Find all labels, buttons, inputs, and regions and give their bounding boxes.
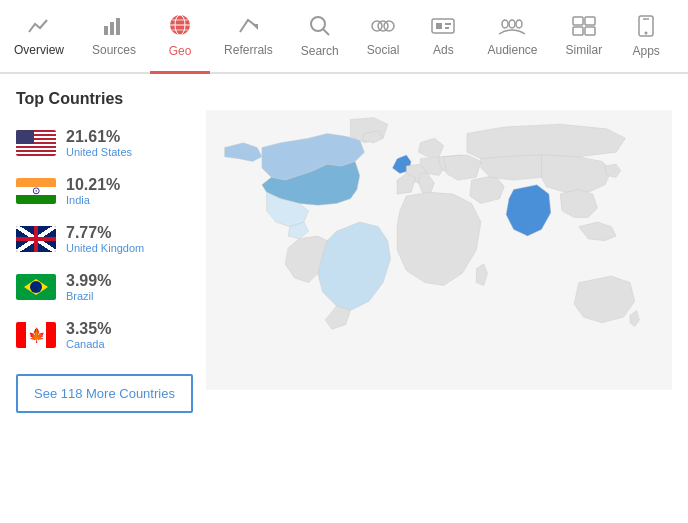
country-item-gb: 7.77% United Kingdom: [16, 224, 196, 254]
country-info-br: 3.99% Brazil: [66, 272, 111, 302]
nav-geo[interactable]: Geo: [150, 0, 210, 74]
flag-br: [16, 274, 56, 300]
flag-in: [16, 178, 56, 204]
country-name-br[interactable]: Brazil: [66, 290, 111, 302]
nav-similar[interactable]: Similar: [552, 0, 617, 72]
flag-us: [16, 130, 56, 156]
nav-overview[interactable]: Overview: [0, 0, 78, 72]
see-more-button[interactable]: See 118 More Countries: [16, 374, 193, 413]
nav-apps[interactable]: Apps: [616, 0, 676, 72]
nav-audience[interactable]: Audience: [473, 0, 551, 72]
sources-icon: [103, 16, 125, 39]
nav-ads[interactable]: Ads: [413, 0, 473, 72]
social-label: Social: [367, 43, 400, 57]
geo-icon: [168, 13, 192, 40]
svg-point-19: [502, 20, 508, 28]
svg-rect-15: [436, 23, 442, 29]
country-info-in: 10.21% India: [66, 176, 120, 206]
audience-icon: [497, 16, 527, 39]
country-name-gb[interactable]: United Kingdom: [66, 242, 144, 254]
svg-point-18: [509, 20, 515, 28]
svg-rect-24: [585, 27, 595, 35]
world-map-svg: [206, 90, 672, 410]
apps-icon: [637, 15, 655, 40]
nav-search[interactable]: Search: [287, 0, 353, 72]
svg-rect-0: [104, 26, 108, 35]
country-pct-us: 21.61%: [66, 128, 132, 146]
country-item-ca: 3.35% Canada: [16, 320, 196, 350]
country-item-in: 10.21% India: [16, 176, 196, 206]
left-panel: Top Countries 21.61% United States 10.21…: [16, 90, 196, 507]
sources-label: Sources: [92, 43, 136, 57]
world-map-container: [206, 90, 672, 410]
map-panel: [206, 90, 672, 507]
svg-rect-22: [585, 17, 595, 25]
ads-label: Ads: [433, 43, 454, 57]
country-info-us: 21.61% United States: [66, 128, 132, 158]
overview-label: Overview: [14, 43, 64, 57]
social-icon: [369, 16, 397, 39]
geo-label: Geo: [169, 44, 192, 58]
svg-rect-1: [110, 22, 114, 35]
country-pct-br: 3.99%: [66, 272, 111, 290]
svg-rect-14: [432, 19, 454, 33]
country-info-ca: 3.35% Canada: [66, 320, 111, 350]
svg-line-10: [323, 29, 329, 35]
nav-sources[interactable]: Sources: [78, 0, 150, 72]
country-item-br: 3.99% Brazil: [16, 272, 196, 302]
nav-bar: Overview Sources Geo Referrals Search So…: [0, 0, 688, 74]
country-pct-gb: 7.77%: [66, 224, 144, 242]
referrals-label: Referrals: [224, 43, 273, 57]
svg-point-9: [311, 17, 325, 31]
svg-point-13: [378, 21, 388, 31]
main-content: Top Countries 21.61% United States 10.21…: [0, 74, 688, 523]
flag-gb: [16, 226, 56, 252]
country-name-in[interactable]: India: [66, 194, 120, 206]
ads-icon: [430, 16, 456, 39]
similar-label: Similar: [566, 43, 603, 57]
overview-icon: [27, 16, 51, 39]
nav-referrals[interactable]: Referrals: [210, 0, 287, 72]
country-pct-ca: 3.35%: [66, 320, 111, 338]
country-name-us[interactable]: United States: [66, 146, 132, 158]
svg-point-27: [645, 31, 648, 34]
section-title: Top Countries: [16, 90, 196, 108]
apps-label: Apps: [632, 44, 659, 58]
country-info-gb: 7.77% United Kingdom: [66, 224, 144, 254]
country-pct-in: 10.21%: [66, 176, 120, 194]
country-name-ca[interactable]: Canada: [66, 338, 111, 350]
audience-label: Audience: [487, 43, 537, 57]
country-item-us: 21.61% United States: [16, 128, 196, 158]
svg-rect-16: [445, 23, 451, 25]
svg-rect-2: [116, 18, 120, 35]
flag-ca: [16, 322, 56, 348]
similar-icon: [572, 16, 596, 39]
svg-rect-17: [445, 27, 449, 29]
nav-social[interactable]: Social: [353, 0, 414, 72]
country-list: 21.61% United States 10.21% India 7.77% …: [16, 128, 196, 350]
referrals-icon: [236, 16, 260, 39]
svg-rect-23: [573, 27, 583, 35]
search-icon: [309, 15, 331, 40]
svg-point-20: [516, 20, 522, 28]
svg-rect-21: [573, 17, 583, 25]
search-label: Search: [301, 44, 339, 58]
